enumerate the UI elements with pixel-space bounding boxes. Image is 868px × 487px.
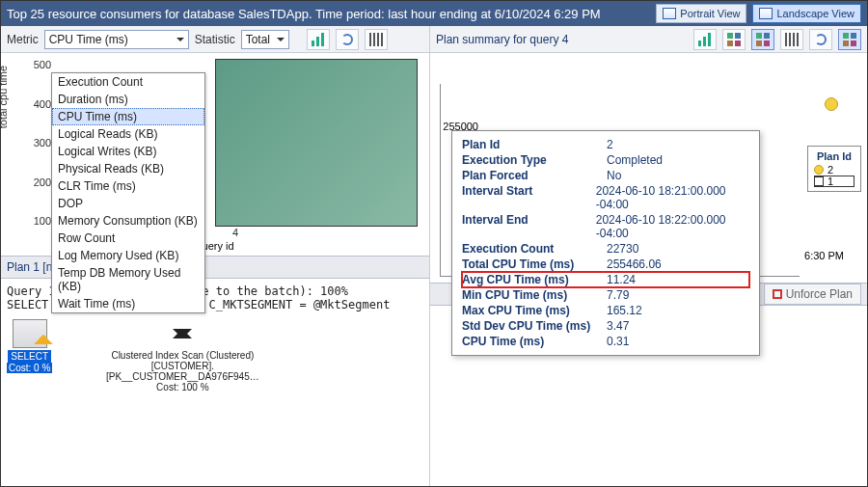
landscape-view-button[interactable]: Landscape View (752, 4, 861, 23)
tooltip-row: Total CPU Time (ms)255466.06 (462, 257, 749, 272)
scan-object: [CUSTOMER].[PK__CUSTOMER__DA976F945… (81, 361, 284, 382)
metric-option[interactable]: Physical Reads (KB) (52, 160, 204, 177)
metric-option[interactable]: Log Memory Used (KB) (52, 247, 204, 264)
metric-option[interactable]: Temp DB Memory Used (KB) (52, 264, 204, 295)
view-mode-2-button[interactable] (722, 29, 746, 50)
bar-icon (698, 33, 712, 46)
plan-node-select[interactable]: SELECT Cost: 0 % (7, 319, 52, 373)
select-icon (13, 319, 47, 348)
detail-toggle-button[interactable] (838, 29, 861, 50)
chart-xtick: 4 (232, 227, 238, 238)
metric-option[interactable]: Row Count (52, 230, 204, 247)
chart-icon (312, 33, 325, 46)
refresh-right-button[interactable] (809, 29, 832, 50)
refresh-button[interactable] (336, 29, 359, 50)
refresh-icon (341, 34, 353, 45)
metric-option[interactable]: DOP (52, 195, 204, 212)
metric-option[interactable]: CLR Time (ms) (52, 177, 204, 195)
metric-option[interactable]: Logical Writes (KB) (52, 143, 204, 160)
metric-dropdown-list: Execution Count Duration (ms) CPU Time (… (51, 72, 205, 313)
title-bar: Top 25 resource consumers for database S… (1, 1, 867, 26)
metric-dropdown[interactable]: CPU Time (ms) (44, 30, 189, 49)
list-icon (785, 33, 799, 46)
ytick: 400 (30, 98, 51, 110)
right-toolbar: Plan summary for query 4 (430, 26, 867, 53)
statistic-dropdown[interactable]: Total (241, 30, 289, 49)
metric-option[interactable]: Execution Count (52, 73, 204, 91)
legend-dot-icon (814, 165, 824, 175)
ytick: 300 (30, 137, 51, 149)
metric-option[interactable]: Wait Time (ms) (52, 295, 204, 312)
chart-ylabel: total cpu time (0, 66, 9, 128)
plan-point[interactable] (825, 97, 838, 111)
tooltip-row: Std Dev CPU Time (ms)3.47 (462, 318, 749, 334)
metric-value: CPU Time (ms) (49, 33, 128, 46)
view-mode-3-button[interactable] (751, 29, 774, 50)
tooltip-row: Plan ForcedNo (462, 168, 749, 183)
ytick: 200 (30, 176, 51, 188)
statistic-label: Statistic (195, 33, 235, 46)
grid3-icon (843, 33, 856, 46)
refresh-icon (815, 34, 827, 45)
scan-cost: Cost: 100 % (156, 382, 208, 392)
config-button[interactable] (365, 29, 388, 50)
ytick: 100 (30, 215, 51, 227)
metric-option[interactable]: Memory Consumption (KB) (52, 212, 204, 230)
metric-option[interactable]: Duration (ms) (52, 91, 204, 108)
config-icon (369, 33, 383, 46)
plan-summary-title: Plan summary for query 4 (436, 33, 568, 46)
ytick: 500 (30, 59, 51, 70)
tooltip-row: Max CPU Time (ms)165.12 (462, 303, 749, 318)
legend-item[interactable]: 2 (814, 164, 854, 176)
landscape-label: Landscape View (776, 8, 854, 19)
grid-icon (727, 33, 741, 46)
tooltip-row: CPU Time (ms)0.31 (462, 334, 749, 349)
tooltip-row: Plan Id2 (462, 137, 749, 152)
right-chart-area: 255000 6:30 PM Plan Id 2 1 Plan Id2 Exec… (430, 53, 867, 283)
chart-plot-area[interactable] (215, 59, 418, 227)
legend-square-icon (814, 176, 824, 186)
scan-title: Clustered Index Scan (Clustered) (111, 350, 254, 361)
tooltip-row: Execution Count22730 (462, 241, 749, 257)
scan-icon (165, 319, 200, 348)
tooltip-row: Interval Start2024-06-10 18:21:00.000 -0… (462, 183, 749, 212)
tooltip-row: Interval End2024-06-10 18:22:00.000 -04:… (462, 212, 749, 241)
plan-node-scan[interactable]: Clustered Index Scan (Clustered) [CUSTOM… (81, 319, 284, 392)
unforce-label: Unforce Plan (786, 287, 853, 301)
tooltip-row: Min CPU Time (ms)7.79 (462, 287, 749, 303)
portrait-label: Portrait View (680, 8, 740, 19)
plan-legend: Plan Id 2 1 (807, 146, 861, 192)
landscape-icon (759, 8, 773, 19)
metric-option[interactable]: Logical Reads (KB) (52, 125, 204, 143)
tooltip-row-highlighted: Avg CPU Time (ms)11.24 (462, 272, 749, 287)
plan-tooltip: Plan Id2 Execution TypeCompleted Plan Fo… (451, 130, 760, 356)
legend-title: Plan Id (814, 150, 854, 162)
stop-icon (773, 289, 782, 299)
right-xlabel: 6:30 PM (804, 250, 844, 261)
chart-yticks: 500 400 300 200 100 (30, 59, 51, 227)
view-mode-4-button[interactable] (780, 29, 803, 50)
unforce-plan-button[interactable]: Unforce Plan (764, 284, 861, 305)
metric-option[interactable]: CPU Time (ms) (52, 108, 204, 125)
left-toolbar: Metric CPU Time (ms) Statistic Total (1, 26, 429, 53)
chart-view-button[interactable] (307, 29, 330, 50)
view-mode-1-button[interactable] (693, 29, 717, 50)
statistic-value: Total (246, 33, 270, 46)
select-cost: Cost: 0 % (7, 363, 52, 373)
portrait-view-button[interactable]: Portrait View (656, 4, 746, 23)
portrait-icon (663, 8, 676, 19)
metric-label: Metric (7, 33, 39, 46)
grid2-icon (756, 33, 770, 46)
tooltip-row: Execution TypeCompleted (462, 152, 749, 168)
legend-item[interactable]: 1 (814, 176, 854, 187)
legend-label: 1 (827, 176, 833, 187)
legend-label: 2 (827, 164, 833, 176)
title-text: Top 25 resource consumers for database S… (7, 7, 650, 21)
